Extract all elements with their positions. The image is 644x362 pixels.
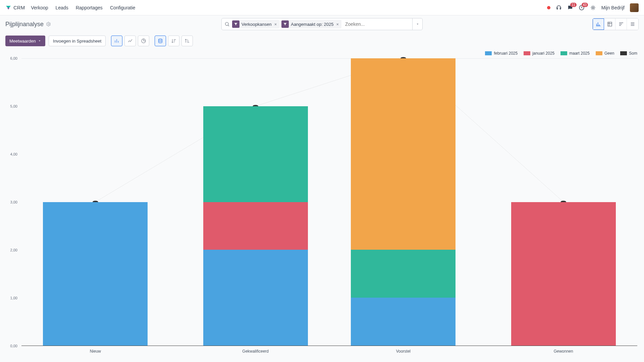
y-tick: 3,00 bbox=[5, 200, 17, 204]
filter-icon bbox=[232, 20, 239, 28]
x-label: Gewonnen bbox=[511, 349, 616, 354]
view-list-button[interactable] bbox=[627, 18, 638, 30]
legend-item[interactable]: januari 2025 bbox=[524, 51, 554, 56]
search-input[interactable] bbox=[342, 18, 412, 30]
search-icon bbox=[224, 21, 230, 27]
bar-segment bbox=[43, 202, 148, 346]
chart-area: februari 2025 januari 2025 maart 2025 Ge… bbox=[5, 49, 639, 357]
view-switcher bbox=[592, 18, 639, 30]
chevron-down-icon bbox=[38, 39, 41, 43]
y-tick: 1,00 bbox=[5, 296, 17, 300]
bar-gekwalificeerd[interactable]: Gekwalificeerd bbox=[203, 58, 308, 346]
chip-remove-icon[interactable]: × bbox=[334, 22, 341, 27]
chart-type-group bbox=[111, 36, 149, 46]
nav-configuratie[interactable]: Configuratie bbox=[110, 5, 136, 10]
gear-icon[interactable] bbox=[46, 22, 51, 26]
activities-badge: 43 bbox=[582, 3, 588, 7]
avatar[interactable] bbox=[630, 3, 639, 12]
legend-item[interactable]: maart 2025 bbox=[560, 51, 590, 56]
filter-chip-verkoopkansen[interactable]: Verkoopkansen × bbox=[232, 20, 279, 28]
nav-rapportages[interactable]: Rapportages bbox=[76, 5, 103, 10]
legend-item[interactable]: Som bbox=[620, 51, 637, 56]
filter-chip-label: Aangemaakt op: 2025 bbox=[291, 22, 333, 27]
legend-swatch bbox=[485, 51, 492, 55]
y-tick: 4,00 bbox=[5, 152, 17, 156]
legend-item[interactable]: Geen bbox=[596, 51, 614, 56]
legend-item[interactable]: februari 2025 bbox=[485, 51, 518, 56]
chart-toolbar: Meetwaarden Invoegen in Spreadsheet bbox=[0, 33, 644, 49]
x-label: Gekwalificeerd bbox=[203, 349, 308, 354]
svg-point-8 bbox=[159, 39, 162, 40]
app-logo-icon bbox=[5, 5, 11, 11]
svg-marker-1 bbox=[7, 8, 9, 9]
activities-icon[interactable]: 43 bbox=[579, 5, 585, 11]
chip-remove-icon[interactable]: × bbox=[272, 22, 279, 27]
bar-segment bbox=[203, 106, 308, 202]
svg-point-4 bbox=[48, 23, 49, 25]
line-chart-button[interactable] bbox=[124, 36, 136, 46]
legend-swatch bbox=[596, 51, 602, 55]
primary-nav: Verkoop Leads Rapportages Configuratie bbox=[31, 5, 135, 10]
topbar-actions: 11 43 Mijn Bedrijf bbox=[547, 3, 639, 12]
sort-asc-button[interactable] bbox=[181, 36, 193, 46]
svg-point-5 bbox=[225, 22, 228, 25]
chart-options-group bbox=[155, 36, 193, 46]
svg-point-3 bbox=[592, 7, 594, 8]
bar-gewonnen[interactable]: Gewonnen bbox=[511, 58, 616, 346]
messages-badge: 11 bbox=[570, 3, 577, 7]
brand[interactable]: CRM bbox=[5, 5, 25, 11]
y-tick: 5,00 bbox=[5, 104, 17, 108]
measures-label: Meetwaarden bbox=[9, 39, 36, 44]
bar-segment bbox=[351, 298, 455, 346]
y-tick: 6,00 bbox=[5, 56, 17, 60]
bar-voorstel[interactable]: Voorstel bbox=[351, 58, 455, 346]
bar-segment bbox=[511, 202, 616, 346]
chart-legend: februari 2025 januari 2025 maart 2025 Ge… bbox=[484, 49, 639, 58]
view-pivot-button[interactable] bbox=[604, 18, 615, 30]
presence-indicator bbox=[547, 6, 550, 9]
view-cohort-button[interactable] bbox=[615, 18, 627, 30]
legend-swatch bbox=[524, 51, 530, 55]
company-name[interactable]: Mijn Bedrijf bbox=[601, 5, 625, 10]
view-graph-button[interactable] bbox=[593, 18, 604, 30]
search-bar[interactable]: Verkoopkansen × Aangemaakt op: 2025 × bbox=[221, 18, 423, 30]
insert-spreadsheet-button[interactable]: Invoegen in Spreadsheet bbox=[49, 36, 106, 46]
y-tick: 0,00 bbox=[5, 344, 17, 348]
app-name: CRM bbox=[13, 5, 25, 10]
bar-segment bbox=[351, 250, 455, 298]
top-navbar: CRM Verkoop Leads Rapportages Configurat… bbox=[0, 0, 644, 15]
svg-rect-6 bbox=[608, 22, 612, 26]
y-tick: 2,00 bbox=[5, 248, 17, 252]
nav-leads[interactable]: Leads bbox=[56, 5, 68, 10]
bar-segment bbox=[203, 250, 308, 346]
pie-chart-button[interactable] bbox=[138, 36, 149, 46]
bar-segment bbox=[351, 58, 455, 250]
messages-icon[interactable]: 11 bbox=[567, 5, 573, 11]
control-bar: Pijplijnanalyse Verkoopkansen × Aangemaa… bbox=[0, 15, 644, 33]
chart-plot: NieuwGekwalificeerdVoorstelGewonnen bbox=[21, 58, 637, 346]
support-icon[interactable] bbox=[556, 5, 562, 11]
debug-icon[interactable] bbox=[590, 5, 596, 11]
filter-chip-label: Verkoopkansen bbox=[241, 22, 272, 27]
legend-swatch bbox=[620, 51, 627, 55]
measures-button[interactable]: Meetwaarden bbox=[5, 36, 45, 46]
x-label: Voorstel bbox=[351, 349, 455, 354]
nav-verkoop[interactable]: Verkoop bbox=[31, 5, 48, 10]
filter-icon bbox=[281, 20, 289, 28]
legend-swatch bbox=[560, 51, 567, 55]
sort-desc-button[interactable] bbox=[168, 36, 179, 46]
x-label: Nieuw bbox=[43, 349, 148, 354]
filter-chip-aangemaakt[interactable]: Aangemaakt op: 2025 × bbox=[281, 20, 341, 28]
y-axis: 0,001,002,003,004,005,006,00 bbox=[5, 58, 19, 346]
search-dropdown-toggle[interactable] bbox=[412, 18, 422, 30]
bar-chart-button[interactable] bbox=[111, 36, 122, 46]
stacked-button[interactable] bbox=[155, 36, 166, 46]
page-title: Pijplijnanalyse bbox=[5, 21, 44, 28]
bar-segment bbox=[203, 202, 308, 250]
bar-nieuw[interactable]: Nieuw bbox=[43, 58, 148, 346]
breadcrumb: Pijplijnanalyse bbox=[5, 21, 51, 28]
